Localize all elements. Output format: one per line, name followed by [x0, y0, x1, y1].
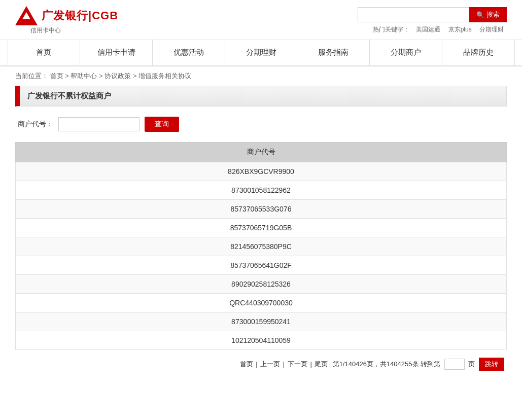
merchant-code-3: 85737065719G05B	[16, 219, 507, 237]
search-icon: 🔍	[476, 11, 484, 19]
logo-sub: 信用卡中心	[30, 26, 118, 35]
merchant-code-1: 873001058122962	[16, 181, 507, 200]
table-row: 85737065719G05B	[16, 219, 507, 237]
table-row: 85737065533G076	[16, 200, 507, 219]
search-button[interactable]: 🔍 搜索	[469, 7, 507, 22]
search-btn-label: 搜索	[486, 10, 500, 19]
nav-item-service[interactable]: 服务指南	[297, 40, 370, 65]
nav-link-service[interactable]: 服务指南	[297, 40, 369, 65]
nav-link-installment[interactable]: 分期理财	[225, 40, 297, 65]
merchant-code-5: 85737065641G02F	[16, 256, 507, 275]
nav-link-home[interactable]: 首页	[8, 40, 80, 65]
table-row: 826XBX9GCVR9900	[16, 162, 507, 181]
merchant-code-6: 890290258125326	[16, 275, 507, 294]
table-row: 821456075380P9C	[16, 237, 507, 256]
table-row: 102120504110059	[16, 331, 507, 350]
pagination-info: 第1/140426页，共1404255条	[331, 360, 421, 368]
goto-label: 转到第	[421, 360, 440, 368]
header: 广发银行|CGB 信用卡中心 🔍 搜索 热门关键字： 美国运通 京东plus 分…	[0, 0, 522, 40]
table-row: 890290258125326	[16, 275, 507, 294]
breadcrumb-policy[interactable]: 协议政策	[105, 72, 131, 80]
logo-icon	[15, 6, 38, 25]
merchant-table: 商户代号 826XBX9GCVR9900 873001058122962 857…	[15, 142, 507, 350]
pagination: 首页 | 上一页 | 下一页 | 尾页 第1/140426页，共1404255条…	[15, 350, 507, 371]
query-row: 商户代号： 查询	[15, 117, 507, 132]
table-row: 873001058122962	[16, 181, 507, 200]
total-pages: 140426	[344, 360, 366, 368]
total-records: 1404255	[387, 360, 412, 368]
breadcrumb-help[interactable]: 帮助中心	[71, 72, 97, 80]
hot-keywords: 热门关键字： 美国运通 京东plus 分期理财	[373, 25, 507, 34]
nav-item-offers[interactable]: 优惠活动	[153, 40, 225, 65]
nav-item-brand[interactable]: 品牌历史	[442, 40, 515, 65]
main-content: 广发银行不累计权益商户 商户代号： 查询 商户代号 826XBX9GCVR990…	[0, 86, 522, 386]
breadcrumb-home[interactable]: 首页	[50, 72, 63, 80]
table-header-code: 商户代号	[16, 143, 507, 162]
table-row: QRC440309700030	[16, 294, 507, 312]
current-page: 1	[339, 360, 343, 368]
hot-keyword-0[interactable]: 美国运通	[416, 26, 440, 33]
pagination-next[interactable]: 下一页	[288, 360, 307, 368]
logo-area: 广发银行|CGB 信用卡中心	[15, 6, 118, 35]
table-row: 873000159950241	[16, 312, 507, 331]
merchant-code-input[interactable]	[58, 117, 140, 131]
merchant-code-7: QRC440309700030	[16, 294, 507, 312]
search-input[interactable]	[358, 7, 469, 22]
nav-item-installment[interactable]: 分期理财	[225, 40, 298, 65]
merchant-code-4: 821456075380P9C	[16, 237, 507, 256]
merchant-code-2: 85737065533G076	[16, 200, 507, 219]
pagination-prev[interactable]: 上一页	[260, 360, 280, 368]
page-jump-input[interactable]	[444, 359, 465, 370]
breadcrumb-current: 增值服务相关协议	[138, 72, 191, 80]
nav-link-merchants[interactable]: 分期商户	[370, 40, 442, 65]
nav-link-offers[interactable]: 优惠活动	[153, 40, 225, 65]
nav-item-home[interactable]: 首页	[8, 40, 81, 65]
hot-keyword-2[interactable]: 分期理财	[479, 26, 504, 33]
merchant-code-8: 873000159950241	[16, 312, 507, 331]
nav-item-credit[interactable]: 信用卡申请	[80, 40, 153, 65]
jump-button[interactable]: 跳转	[479, 358, 504, 371]
section-title: 广发银行不累计权益商户	[18, 86, 506, 106]
hot-keyword-1[interactable]: 京东plus	[448, 26, 472, 33]
page-label: 页	[468, 360, 475, 368]
query-label: 商户代号：	[18, 120, 53, 129]
logo-main: 广发银行|CGB	[15, 6, 118, 25]
pagination-last[interactable]: 尾页	[315, 360, 328, 368]
nav-link-credit[interactable]: 信用卡申请	[80, 40, 152, 65]
table-row: 85737065641G02F	[16, 256, 507, 275]
logo-text: 广发银行|CGB	[42, 8, 118, 23]
query-button[interactable]: 查询	[145, 117, 179, 132]
breadcrumb: 当前位置： 首页 > 帮助中心 > 协议政策 > 增值服务相关协议	[0, 66, 522, 86]
breadcrumb-label: 当前位置：	[15, 72, 48, 80]
main-nav: 首页 信用卡申请 优惠活动 分期理财 服务指南 分期商户 品牌历史	[0, 40, 522, 66]
merchant-code-0: 826XBX9GCVR9900	[16, 162, 507, 181]
section-header: 广发银行不累计权益商户	[15, 86, 507, 107]
search-box: 🔍 搜索	[358, 7, 507, 22]
pagination-first[interactable]: 首页	[240, 360, 253, 368]
nav-link-brand[interactable]: 品牌历史	[442, 40, 514, 65]
merchant-code-9: 102120504110059	[16, 331, 507, 350]
nav-item-merchants[interactable]: 分期商户	[370, 40, 442, 65]
search-area: 🔍 搜索 热门关键字： 美国运通 京东plus 分期理财	[358, 7, 507, 34]
hot-label: 热门关键字：	[373, 26, 409, 33]
